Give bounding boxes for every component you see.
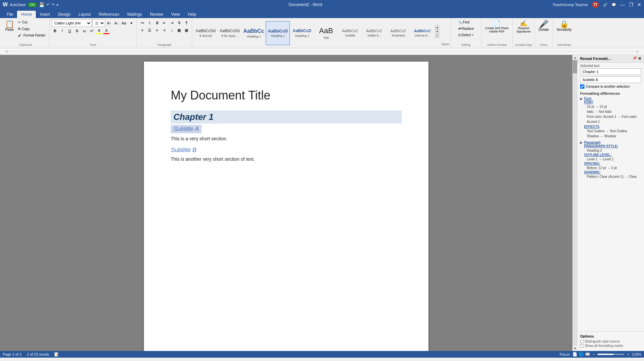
tab-view[interactable]: View xyxy=(167,11,184,18)
read-mode-btn[interactable]: 📖 xyxy=(585,352,590,357)
show-marks-button[interactable]: ¶ xyxy=(183,19,190,26)
dictate-button[interactable]: 🎤 Dictate xyxy=(537,19,551,32)
reveal-panel-pin[interactable]: 📌 xyxy=(633,56,637,61)
paragraph-diff-link[interactable]: Paragraph xyxy=(584,141,600,144)
change-case-button[interactable]: Aa xyxy=(120,20,127,26)
font-diff-link[interactable]: Font xyxy=(584,97,591,100)
style-subtle-emphasis[interactable]: AaBbCcC Subtle E... xyxy=(362,21,386,45)
doc-area[interactable]: My Document Title Chapter 1 Subtitle A T… xyxy=(0,55,572,351)
sort-button[interactable]: ⇅ xyxy=(176,19,182,26)
font-size-select[interactable]: 13 xyxy=(92,19,105,27)
subtitle-b-heading[interactable]: Subtitle B xyxy=(171,147,402,154)
focus-label[interactable]: Focus xyxy=(560,352,570,356)
style-subtitle[interactable]: AaBbCcC Subtitle xyxy=(338,21,362,45)
superscript-button[interactable]: x² xyxy=(88,27,95,34)
distinguish-option[interactable]: Distinguish style source xyxy=(580,340,641,343)
scroll-up-arrow[interactable]: ▲ xyxy=(573,55,577,60)
select-button[interactable]: ⊡ Select = xyxy=(457,32,475,38)
save-icon[interactable]: 💾 xyxy=(39,2,45,7)
zoom-out-btn[interactable]: − xyxy=(593,352,595,356)
tab-help[interactable]: Help xyxy=(184,11,200,18)
zoom-slider[interactable] xyxy=(597,354,624,355)
gallery-scroll-buttons[interactable]: ▲ ▼ ▾ xyxy=(434,19,440,44)
minimize-btn[interactable]: — xyxy=(620,2,625,7)
style-no-spacing[interactable]: AaBbCcDd ¶ No Spac... xyxy=(218,21,242,45)
bullets-button[interactable]: ≔ xyxy=(139,19,146,26)
align-left-button[interactable]: ≡ xyxy=(139,27,146,33)
shading-button[interactable]: ▩ xyxy=(176,27,182,33)
doc-page[interactable]: My Document Title Chapter 1 Subtitle A T… xyxy=(144,62,428,351)
grow-font-button[interactable]: A↑ xyxy=(106,20,112,26)
tab-home[interactable]: Home xyxy=(17,11,36,18)
close-btn[interactable]: ✕ xyxy=(637,2,641,7)
align-right-button[interactable]: ≡ xyxy=(154,27,160,33)
shading-label-link[interactable]: SHADING: xyxy=(584,170,641,174)
doc-title[interactable]: My Document Title xyxy=(171,88,402,102)
body-text-b[interactable]: This is another very short section of te… xyxy=(171,156,402,162)
tab-references[interactable]: References xyxy=(95,11,123,18)
distinguish-checkbox[interactable] xyxy=(580,340,583,343)
undo-icon[interactable]: ↶ xyxy=(47,3,50,7)
font-label-link[interactable]: FONT xyxy=(584,100,641,104)
scroll-down-arrow[interactable]: ▼ xyxy=(573,346,577,351)
decrease-indent-button[interactable]: ⇤ xyxy=(161,19,168,26)
borders-button[interactable]: ▦ xyxy=(183,27,190,33)
autosave-toggle[interactable]: ON xyxy=(28,3,37,7)
bold-button[interactable]: B xyxy=(52,27,58,34)
increase-indent-button[interactable]: ⇥ xyxy=(168,19,175,26)
tab-insert[interactable]: Insert xyxy=(36,11,54,18)
show-marks-option[interactable]: Show all formatting marks xyxy=(580,344,641,348)
style-normal[interactable]: AaBbCcDd ¶ Normal xyxy=(193,21,218,45)
redo-icon[interactable]: ↷ xyxy=(52,3,55,7)
strikethrough-button[interactable]: S xyxy=(74,27,80,34)
shrink-font-button[interactable]: A↓ xyxy=(113,20,120,26)
line-spacing-button[interactable]: ↕ xyxy=(168,27,175,33)
reveal-panel-close[interactable]: ✕ xyxy=(638,56,641,61)
create-pdf-button[interactable]: 📄 Create and ShareAdobe PDF xyxy=(483,19,510,34)
request-signatures-button[interactable]: ✍ RequestSignatures xyxy=(515,19,533,34)
copy-button[interactable]: ⧉ Copy xyxy=(16,26,47,32)
show-marks-checkbox[interactable] xyxy=(580,344,583,348)
selected-text-1[interactable]: Chapter 1 xyxy=(580,68,641,75)
effects-label-link[interactable]: EFFECTS xyxy=(584,125,641,129)
style-emphasis[interactable]: AaBbCcC Emphasis xyxy=(386,21,410,45)
gallery-scroll-down[interactable]: ▼ xyxy=(435,29,439,33)
italic-button[interactable]: I xyxy=(59,27,66,34)
vertical-scroll[interactable]: ▲ ▼ xyxy=(572,55,577,351)
print-layout-btn[interactable]: 📄 xyxy=(572,352,577,357)
gallery-expand[interactable]: ▾ xyxy=(435,34,439,38)
customize-icon[interactable]: ▾ xyxy=(57,3,58,7)
share-icon[interactable]: 🔗 xyxy=(603,3,608,7)
paste-button[interactable]: 📋 Paste xyxy=(3,19,16,32)
replace-button[interactable]: ⇄ Replace xyxy=(457,26,476,31)
align-center-button[interactable]: ☰ xyxy=(146,27,153,33)
compare-checkbox[interactable]: Compare to another selection xyxy=(580,84,641,89)
clear-format-button[interactable]: ✦ xyxy=(128,20,135,26)
format-painter-button[interactable]: 🖌 Format Painter xyxy=(16,32,47,38)
comments-icon[interactable]: 💬 xyxy=(612,3,616,7)
para-style-label-link[interactable]: PARAGRAPH STYLE: xyxy=(584,144,641,148)
tab-design[interactable]: Design xyxy=(54,11,74,18)
sensitivity-button[interactable]: 🔒 Sensitivity xyxy=(555,19,573,32)
gallery-scroll-up[interactable]: ▲ xyxy=(435,25,439,29)
compare-check-input[interactable] xyxy=(580,84,584,89)
subscript-button[interactable]: x₂ xyxy=(81,27,88,34)
font-color-button[interactable]: A xyxy=(103,27,110,34)
tab-file[interactable]: File xyxy=(3,11,17,18)
selected-text-2[interactable]: Subtitle A xyxy=(580,76,641,83)
zoom-in-btn[interactable]: + xyxy=(627,352,629,356)
highlight-button[interactable]: A xyxy=(96,27,102,34)
tab-layout[interactable]: Layout xyxy=(75,11,95,18)
scroll-thumb[interactable] xyxy=(573,60,577,73)
web-layout-btn[interactable]: 🌐 xyxy=(579,352,584,357)
tab-mailings[interactable]: Mailings xyxy=(123,11,146,18)
restore-btn[interactable]: ❐ xyxy=(629,2,633,7)
multilevel-button[interactable]: ≣ xyxy=(154,19,160,26)
justify-button[interactable]: ≡ xyxy=(161,27,168,33)
find-button[interactable]: 🔍 Find xyxy=(457,19,471,25)
tab-review[interactable]: Review xyxy=(146,11,167,18)
spacing-label-link[interactable]: SPACING: xyxy=(584,162,641,165)
style-heading3[interactable]: AaBbCcD Heading 3 xyxy=(290,21,314,45)
numbering-button[interactable]: ⒈ xyxy=(146,19,153,26)
style-heading2[interactable]: AaBbCcD Heading 2 xyxy=(266,21,290,45)
